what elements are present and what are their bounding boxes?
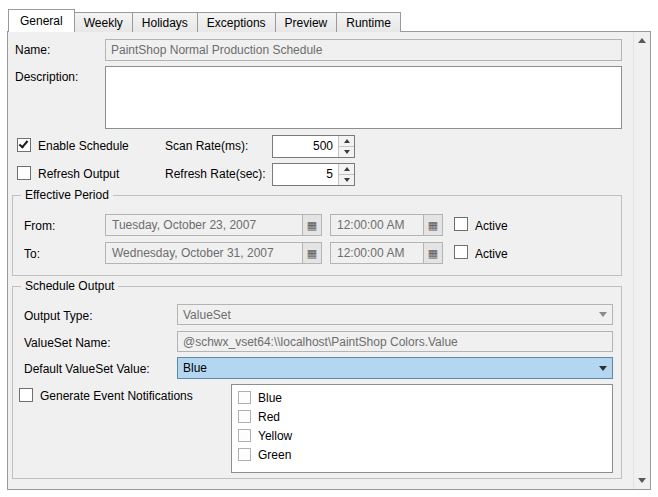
- schedule-properties-dialog: General Weekly Holidays Exceptions Previ…: [0, 0, 658, 497]
- chevron-down-icon: [599, 366, 607, 371]
- option-green-label: Green: [258, 448, 291, 462]
- refresh-output-checkbox[interactable]: [17, 166, 31, 180]
- to-time-calendar-button: ▦: [423, 243, 442, 263]
- chevron-down-icon: [599, 312, 607, 317]
- refresh-rate-input[interactable]: 5: [273, 164, 337, 185]
- default-valueset-value: Blue: [183, 361, 207, 375]
- description-label: Description:: [15, 70, 78, 84]
- name-label: Name:: [15, 43, 50, 57]
- generate-event-notifications-checkbox[interactable]: [19, 388, 33, 402]
- default-valueset-value-label: Default ValueSet Value:: [24, 362, 150, 376]
- list-item[interactable]: Red: [238, 407, 612, 426]
- scan-rate-label: Scan Rate(ms):: [165, 139, 248, 153]
- tab-exceptions-label: Exceptions: [207, 16, 266, 30]
- description-input[interactable]: [105, 66, 622, 129]
- list-item[interactable]: Green: [238, 445, 612, 464]
- tab-runtime-label: Runtime: [346, 16, 391, 30]
- from-time-picker: 12:00:00 AM ▦: [330, 214, 443, 236]
- from-active-label: Active: [475, 219, 508, 233]
- option-red-label: Red: [258, 410, 280, 424]
- scroll-down-icon: [638, 478, 646, 483]
- from-label: From:: [24, 219, 55, 233]
- to-active-checkbox[interactable]: [454, 245, 468, 259]
- effective-period-title: Effective Period: [21, 188, 113, 202]
- from-active-checkbox[interactable]: [454, 217, 468, 231]
- spinner-down-icon: [344, 178, 350, 182]
- enable-schedule-label: Enable Schedule: [38, 139, 129, 153]
- scan-rate-spin-buttons: [338, 136, 354, 157]
- generate-event-notifications-label: Generate Event Notifications: [40, 389, 193, 403]
- enable-schedule-checkbox[interactable]: [17, 138, 31, 152]
- scan-rate-input[interactable]: 500: [273, 136, 337, 157]
- calendar-icon: ▦: [428, 246, 438, 260]
- tab-weekly[interactable]: Weekly: [74, 12, 133, 32]
- from-date-calendar-button: ▦: [302, 215, 321, 235]
- to-date-value: Wednesday, October 31, 2007: [112, 246, 274, 260]
- refresh-rate-spin-buttons: [338, 164, 354, 185]
- tab-preview[interactable]: Preview: [275, 12, 338, 32]
- scroll-down-button[interactable]: [634, 472, 650, 489]
- name-input: PaintShop Normal Production Schedule: [105, 39, 622, 61]
- list-item[interactable]: Blue: [238, 388, 612, 407]
- from-date-value: Tuesday, October 23, 2007: [112, 218, 256, 232]
- spinner-up-icon: [344, 139, 350, 143]
- scan-rate-increment-button[interactable]: [339, 136, 354, 147]
- tab-exceptions[interactable]: Exceptions: [197, 12, 276, 32]
- to-active-label: Active: [475, 247, 508, 261]
- tab-weekly-label: Weekly: [84, 16, 123, 30]
- tab-general-label: General: [20, 14, 63, 28]
- tab-runtime[interactable]: Runtime: [336, 12, 401, 32]
- scan-rate-stepper: 500: [272, 135, 355, 158]
- tab-holidays-label: Holidays: [142, 16, 188, 30]
- schedule-output-title: Schedule Output: [21, 279, 118, 293]
- from-time-calendar-button: ▦: [423, 215, 442, 235]
- list-item[interactable]: Yellow: [238, 426, 612, 445]
- to-label: To:: [24, 247, 40, 261]
- scroll-up-button[interactable]: [634, 32, 650, 49]
- valueset-name-input: @schwx_vset64:\\localhost\PaintShop Colo…: [177, 331, 613, 352]
- effective-period-group: Effective Period From: Tuesday, October …: [12, 195, 622, 276]
- calendar-icon: ▦: [307, 246, 317, 260]
- to-time-picker: 12:00:00 AM ▦: [330, 242, 443, 264]
- check-icon: [19, 138, 29, 148]
- refresh-rate-stepper: 5: [272, 163, 355, 186]
- spinner-down-icon: [344, 150, 350, 154]
- default-valueset-value-combobox[interactable]: Blue: [177, 357, 613, 379]
- scan-rate-decrement-button[interactable]: [339, 147, 354, 158]
- tab-general[interactable]: General: [8, 9, 75, 32]
- scroll-up-icon: [638, 38, 646, 43]
- option-blue-label: Blue: [258, 391, 282, 405]
- option-red-checkbox[interactable]: [238, 410, 251, 423]
- refresh-rate-label: Refresh Rate(sec):: [165, 167, 266, 181]
- refresh-rate-decrement-button[interactable]: [339, 175, 354, 186]
- refresh-output-label: Refresh Output: [38, 167, 119, 181]
- output-type-label: Output Type:: [24, 309, 93, 323]
- output-type-value: ValueSet: [183, 308, 231, 322]
- calendar-icon: ▦: [428, 218, 438, 232]
- tab-holidays[interactable]: Holidays: [132, 12, 198, 32]
- vertical-scrollbar[interactable]: [633, 32, 650, 489]
- valueset-options-listbox[interactable]: Blue Red Yellow Green: [231, 384, 613, 473]
- default-valueset-dropdown-button[interactable]: [594, 359, 611, 377]
- option-blue-checkbox[interactable]: [238, 391, 251, 404]
- to-date-picker: Wednesday, October 31, 2007 ▦: [105, 242, 322, 264]
- spinner-up-icon: [344, 167, 350, 171]
- to-date-calendar-button: ▦: [302, 243, 321, 263]
- calendar-icon: ▦: [307, 218, 317, 232]
- from-time-value: 12:00:00 AM: [337, 218, 404, 232]
- refresh-rate-increment-button[interactable]: [339, 164, 354, 175]
- option-yellow-checkbox[interactable]: [238, 429, 251, 442]
- general-tab-panel: Name: PaintShop Normal Production Schedu…: [7, 31, 651, 490]
- output-type-combobox: ValueSet: [177, 304, 613, 325]
- option-green-checkbox[interactable]: [238, 448, 251, 461]
- valueset-name-label: ValueSet Name:: [24, 336, 111, 350]
- output-type-dropdown-button: [594, 306, 611, 323]
- tab-preview-label: Preview: [285, 16, 328, 30]
- option-yellow-label: Yellow: [258, 429, 292, 443]
- tab-bar: General Weekly Holidays Exceptions Previ…: [8, 9, 401, 32]
- to-time-value: 12:00:00 AM: [337, 246, 404, 260]
- from-date-picker: Tuesday, October 23, 2007 ▦: [105, 214, 322, 236]
- schedule-output-group: Schedule Output Output Type: ValueSet Va…: [12, 286, 622, 479]
